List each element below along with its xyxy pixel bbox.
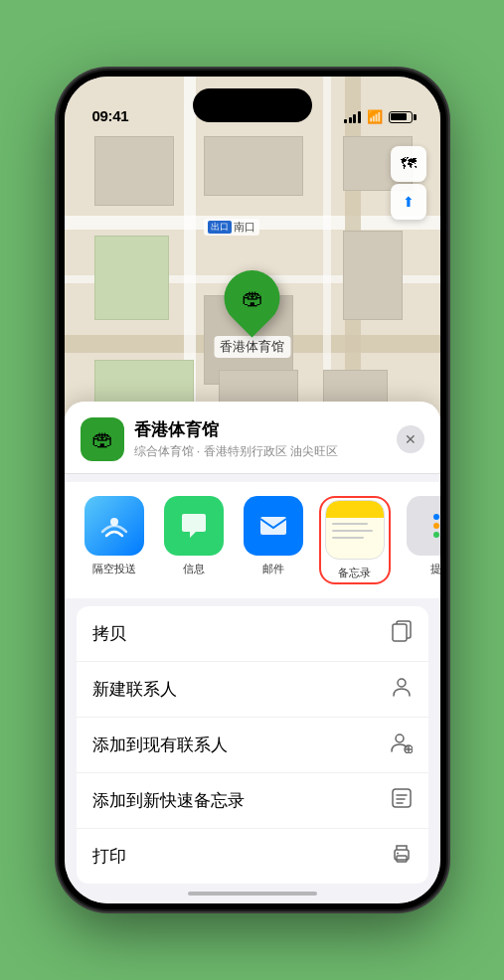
action-new-contact[interactable]: 新建联系人: [77, 662, 428, 718]
svg-point-15: [397, 853, 399, 855]
svg-point-4: [398, 679, 406, 687]
mail-label: 邮件: [262, 562, 284, 576]
location-pin: 🏟 香港体育馆: [214, 270, 290, 358]
status-icons: 📶: [344, 109, 413, 124]
close-button[interactable]: ✕: [397, 425, 424, 453]
action-print[interactable]: 打印: [77, 829, 428, 884]
print-icon: [391, 843, 413, 870]
messages-icon: [164, 496, 224, 556]
messages-label: 信息: [183, 562, 205, 576]
venue-name: 香港体育馆: [134, 418, 387, 441]
action-quick-note[interactable]: 添加到新快速备忘录: [77, 773, 428, 829]
pin-label: 香港体育馆: [214, 336, 290, 358]
action-quick-note-label: 添加到新快速备忘录: [92, 789, 245, 812]
dynamic-island: [193, 88, 312, 122]
share-messages[interactable]: 信息: [160, 496, 228, 576]
phone-frame: 09:41 📶: [59, 71, 446, 909]
svg-rect-14: [397, 856, 407, 862]
more-label: 提: [430, 562, 440, 576]
notes-label: 备忘录: [338, 566, 371, 580]
svg-rect-9: [393, 789, 411, 807]
action-new-contact-label: 新建联系人: [92, 678, 177, 701]
location-button[interactable]: ⬆: [391, 184, 426, 220]
sheet-header: 🏟 香港体育馆 综合体育馆 · 香港特别行政区 油尖旺区 ✕: [65, 402, 440, 474]
notes-icon: [325, 500, 385, 560]
quick-note-icon: [391, 787, 413, 814]
wifi-icon: 📶: [367, 109, 383, 124]
map-entrance-label: 出口 南口: [204, 219, 259, 236]
person-icon: [391, 676, 413, 703]
action-print-label: 打印: [92, 845, 126, 868]
bottom-sheet: 🏟 香港体育馆 综合体育馆 · 香港特别行政区 油尖旺区 ✕: [65, 402, 440, 903]
share-row: 隔空投送 信息: [65, 482, 440, 598]
airdrop-label: 隔空投送: [92, 562, 136, 576]
map-controls: 🗺 ⬆: [391, 146, 426, 220]
venue-subtitle: 综合体育馆 · 香港特别行政区 油尖旺区: [134, 443, 387, 460]
share-notes: 备忘录: [321, 498, 389, 582]
mail-icon: [244, 496, 303, 556]
share-notes-wrapper[interactable]: 备忘录: [319, 496, 391, 584]
action-copy-label: 拷贝: [92, 622, 126, 645]
home-indicator: [188, 892, 317, 896]
signal-bars-icon: [344, 111, 361, 123]
copy-icon: [391, 620, 413, 647]
share-mail[interactable]: 邮件: [240, 496, 307, 576]
phone-screen: 09:41 📶: [65, 77, 440, 903]
share-more[interactable]: 提: [403, 496, 440, 576]
airdrop-icon: [84, 496, 144, 556]
status-time: 09:41: [92, 107, 129, 124]
action-list: 拷贝 新建联系人: [77, 606, 428, 884]
share-airdrop[interactable]: 隔空投送: [81, 496, 148, 576]
svg-rect-1: [260, 517, 286, 535]
venue-info: 香港体育馆 综合体育馆 · 香港特别行政区 油尖旺区: [134, 418, 387, 460]
battery-icon: [389, 111, 413, 123]
venue-icon: 🏟: [81, 417, 124, 461]
more-icon: [407, 496, 440, 556]
map-type-button[interactable]: 🗺: [391, 146, 426, 182]
action-copy[interactable]: 拷贝: [77, 606, 428, 662]
svg-point-5: [396, 735, 404, 742]
person-add-icon: [391, 732, 413, 758]
action-add-contact-label: 添加到现有联系人: [92, 734, 228, 756]
pin-emoji: 🏟: [242, 285, 263, 311]
action-add-contact[interactable]: 添加到现有联系人: [77, 718, 428, 773]
svg-rect-3: [393, 624, 407, 641]
